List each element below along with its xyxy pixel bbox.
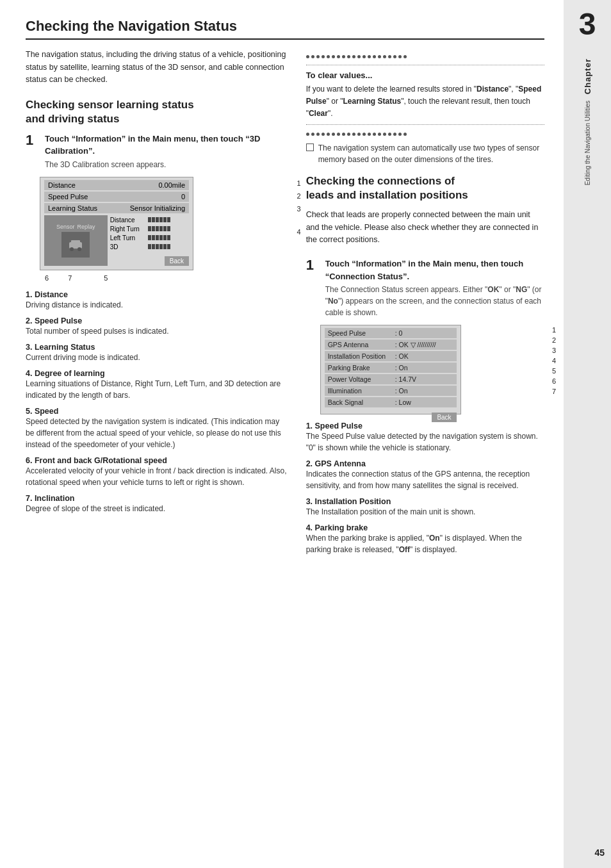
dots-separator-top	[306, 55, 544, 58]
conn-num-4: 4	[552, 357, 556, 364]
right-sidebar: 3 Chapter Editing the Navigation Utiliti…	[564, 0, 611, 868]
section1-title: Checking sensor learning statusand drivi…	[26, 98, 288, 126]
conn-item-2-title: 2. GPS Antenna	[306, 459, 366, 468]
num-item-7-desc: Degree of slope of the street is indicat…	[26, 504, 165, 513]
screen-label-learning: Learning Status	[48, 204, 117, 212]
section2-intro: Check that leads are properly connected …	[306, 209, 544, 246]
step-2-subtitle: The Connection Status screen appears. Ei…	[325, 284, 544, 318]
conn-screen: Speed Pulse : 0 GPS Antenna : OK ▽ /////…	[320, 325, 461, 414]
conn-value-illum: On	[399, 387, 453, 395]
conn-num-items-list: 1. Speed Pulse The Speed Pulse value det…	[306, 421, 544, 555]
conn-num-1: 1	[552, 326, 556, 334]
conn-label-parking: Parking Brake	[328, 364, 393, 372]
dots-separator-bottom	[306, 133, 544, 136]
num-item-7: 7. Inclination Degree of slope of the st…	[26, 493, 288, 514]
conn-label-gps: GPS Antenna	[328, 341, 393, 348]
screen-row-speed-pulse: Speed Pulse 0	[44, 192, 189, 202]
section2-title: Checking the connections ofleads and ins…	[306, 174, 544, 202]
screen-label-num-4: 4	[297, 228, 301, 236]
num-item-2-title: 2. Speed Pulse	[26, 316, 82, 325]
num-item-3: 3. Learning Status Current driving mode …	[26, 342, 288, 363]
num-item-6-desc: Accelerated velocity of your vehicle in …	[26, 466, 287, 487]
bar-label-3d: 3D	[110, 243, 145, 250]
conn-label-install: Installation Position	[328, 352, 393, 360]
conn-item-4-desc: When the parking brake is applied, "On" …	[306, 534, 522, 554]
bar-visual-3d	[148, 244, 170, 249]
conn-item-4: 4. Parking brake When the parking brake …	[306, 523, 544, 555]
conn-item-1-title: 1. Speed Pulse	[306, 422, 363, 430]
conn-value-install: OK	[399, 352, 453, 360]
conn-num-6: 6	[552, 377, 556, 385]
diagram-label-7: 7	[68, 274, 72, 282]
screen-value-speed-pulse: 0	[117, 193, 185, 201]
conn-value-gps: OK ▽ //////////	[399, 341, 453, 348]
conn-item-3: 3. Installation Position The Installatio…	[306, 496, 544, 518]
conn-item-3-title: 3. Installation Position	[306, 497, 391, 506]
conn-back-button[interactable]: Back	[432, 413, 456, 422]
chapter-label: Chapter	[583, 58, 592, 94]
conn-item-2-desc: Indicates the connection status of the G…	[306, 470, 530, 490]
num-item-1: 1. Distance Driving distance is indicate…	[26, 290, 288, 311]
screen-label-distance: Distance	[48, 181, 117, 189]
calibration-back-button[interactable]: Back	[165, 256, 189, 266]
step-2-title: Touch “Information” in the Main menu, th…	[325, 258, 544, 283]
bar-visual-left-turn	[148, 235, 170, 240]
screen-label-num-1: 1	[297, 179, 301, 187]
clear-values-title: To clear values...	[306, 70, 544, 80]
num-item-4-desc: Learning situations of Distance, Right T…	[26, 379, 281, 400]
conn-row-gps: GPS Antenna : OK ▽ //////////	[325, 340, 457, 350]
bar-row-left-turn: Left Turn	[110, 234, 189, 242]
intro-text: The navigation status, including the dri…	[26, 49, 288, 86]
diagram-label-5: 5	[104, 274, 108, 282]
num-item-5-desc: Speed detected by the navigation system …	[26, 417, 281, 449]
page-title: Checking the Navigation Status	[26, 18, 544, 40]
screen-row-learning: Learning Status Sensor Initializing	[44, 203, 189, 213]
diagram-labels: 6 7 5	[45, 274, 288, 282]
conn-label-illum: Illumination	[328, 387, 393, 395]
screen-label-speed-pulse: Speed Pulse	[48, 193, 117, 201]
sensor-label: Sensor	[56, 224, 75, 230]
bar-label-right-turn: Right Turn	[110, 225, 145, 233]
num-item-4: 4. Degree of learning Learning situation…	[26, 368, 288, 401]
num-item-3-title: 3. Learning Status	[26, 343, 95, 352]
conn-label-back: Back Signal	[328, 398, 393, 406]
bar-visual-distance	[148, 217, 170, 222]
conn-row-install: Installation Position : OK	[325, 351, 457, 361]
bar-visual-right-turn	[148, 226, 170, 231]
step-1-title: Touch “Information” in the Main menu, th…	[45, 133, 288, 158]
conn-num-5: 5	[552, 367, 556, 375]
step-2-content: Touch “Information” in the Main menu, th…	[325, 258, 544, 318]
conn-value-parking: On	[399, 364, 453, 372]
step-2: 1 Touch “Information” in the Main menu, …	[306, 258, 544, 318]
screen-value-distance: 0.00mile	[117, 181, 185, 189]
conn-item-4-title: 4. Parking brake	[306, 523, 368, 532]
conn-num-3: 3	[552, 347, 556, 354]
conn-row-back: Back Signal : Low	[325, 397, 457, 407]
conn-label-voltage: Power Voltage	[328, 375, 393, 383]
conn-label-speed-pulse: Speed Pulse	[328, 329, 393, 337]
step-1-number: 1	[26, 133, 40, 170]
right-column: To clear values... If you want to delete…	[306, 49, 544, 561]
left-column: The navigation status, including the dri…	[26, 49, 288, 561]
screen-bottom: Sensor Replay	[44, 215, 189, 266]
num-item-6-title: 6. Front and back G/Rotational speed	[26, 456, 167, 465]
diagram-label-6: 6	[45, 274, 49, 282]
conn-row-illum: Illumination : On	[325, 386, 457, 396]
num-item-6: 6. Front and back G/Rotational speed Acc…	[26, 455, 288, 488]
num-items-list: 1. Distance Driving distance is indicate…	[26, 290, 288, 514]
svg-rect-1	[71, 240, 80, 244]
step-2-number: 1	[306, 258, 320, 318]
num-item-3-desc: Current driving mode is indicated.	[26, 353, 140, 362]
note-checkbox-icon	[306, 143, 314, 151]
note-text: The navigation system can automatically …	[318, 142, 544, 165]
sidebar-subtitle: Editing the Navigation Utilities	[583, 101, 592, 185]
num-item-1-title: 1. Distance	[26, 290, 68, 299]
num-item-5-title: 5. Speed	[26, 407, 58, 416]
conn-row-parking: Parking Brake : On	[325, 363, 457, 373]
num-item-5: 5. Speed Speed detected by the navigatio…	[26, 406, 288, 450]
clear-values-box: To clear values... If you want to delete…	[306, 65, 544, 125]
screen-label-num-3: 3	[297, 205, 301, 213]
note-block: The navigation system can automatically …	[306, 142, 544, 165]
replay-label: Replay	[77, 224, 95, 230]
bar-charts: Distance Right Turn	[110, 215, 189, 266]
